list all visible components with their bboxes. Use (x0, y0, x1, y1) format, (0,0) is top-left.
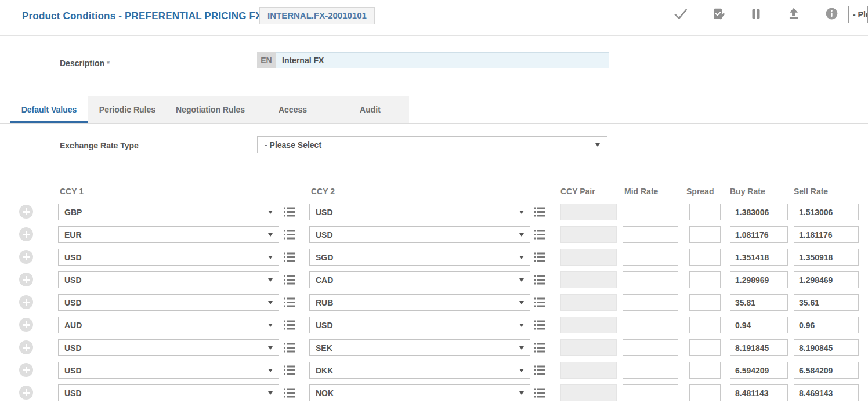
mid-rate-input[interactable] (623, 204, 678, 220)
exchange-rate-type-select[interactable]: - Please Select (257, 136, 607, 153)
description-input[interactable] (276, 52, 609, 68)
ccy2-select[interactable]: RUB (309, 294, 530, 311)
spread-input[interactable] (689, 204, 721, 220)
chevron-down-icon (519, 301, 524, 304)
add-row-button[interactable] (19, 205, 33, 219)
lookup-list-icon[interactable] (283, 206, 295, 217)
tab-negotiation-rules[interactable]: Negotiation Rules (167, 96, 254, 124)
add-row-button[interactable] (19, 340, 33, 354)
buy-rate-input[interactable] (730, 384, 788, 401)
lookup-list-icon[interactable] (283, 320, 295, 331)
ccy2-select[interactable]: USD (309, 317, 530, 333)
sell-rate-input[interactable] (794, 384, 859, 401)
mid-rate-input[interactable] (623, 362, 678, 379)
mid-rate-input[interactable] (623, 294, 678, 311)
add-row-button[interactable] (19, 295, 33, 309)
chevron-down-icon (519, 278, 524, 282)
ccy2-select[interactable]: SEK (309, 339, 530, 356)
ccy1-select[interactable]: USD (58, 294, 279, 311)
spread-input[interactable] (689, 384, 721, 401)
tab-periodic-rules[interactable]: Periodic Rules (88, 96, 167, 124)
status-select-clipped[interactable]: - Ple (848, 6, 868, 23)
lookup-list-icon[interactable] (534, 342, 546, 353)
ccy1-select[interactable]: USD (58, 384, 279, 401)
ccy1-select[interactable]: USD (58, 249, 279, 266)
mid-rate-input[interactable] (623, 249, 678, 266)
buy-rate-input[interactable] (730, 271, 788, 288)
lookup-list-icon[interactable] (534, 206, 546, 217)
ccy-pair-field (560, 249, 617, 266)
ccy-pair-field (560, 362, 617, 379)
sell-rate-input[interactable] (794, 204, 859, 220)
ccy1-select[interactable]: USD (58, 271, 279, 288)
sell-rate-input[interactable] (794, 249, 859, 266)
add-row-button[interactable] (19, 227, 33, 241)
pause-button[interactable] (748, 7, 764, 22)
ccy1-select[interactable]: AUD (58, 317, 279, 333)
tab-default-values[interactable]: Default Values (10, 96, 88, 124)
ccy2-select[interactable]: SGD (309, 249, 530, 266)
confirm-check-button[interactable] (673, 7, 688, 22)
buy-rate-input[interactable] (730, 317, 788, 333)
sell-rate-input[interactable] (794, 339, 859, 356)
lookup-list-icon[interactable] (283, 387, 295, 398)
lookup-list-icon[interactable] (534, 274, 546, 285)
spread-input[interactable] (689, 294, 721, 311)
buy-rate-input[interactable] (730, 339, 788, 356)
buy-rate-input[interactable] (730, 294, 788, 311)
upload-button[interactable] (786, 7, 801, 22)
ccy2-select[interactable]: DKK (309, 362, 530, 379)
mid-rate-input[interactable] (623, 226, 678, 243)
mid-rate-input[interactable] (623, 271, 678, 288)
sell-rate-input[interactable] (794, 317, 859, 333)
buy-rate-input[interactable] (730, 226, 788, 243)
mid-rate-input[interactable] (623, 384, 678, 401)
add-row-button[interactable] (19, 273, 33, 286)
mid-rate-input[interactable] (623, 339, 678, 356)
lookup-list-icon[interactable] (534, 252, 546, 263)
ccy1-select[interactable]: EUR (58, 226, 279, 243)
lookup-list-icon[interactable] (283, 342, 295, 353)
lookup-list-icon[interactable] (283, 229, 295, 240)
tab-audit[interactable]: Audit (331, 96, 409, 124)
ccy2-select[interactable]: CAD (309, 271, 530, 288)
description-label: Description (60, 59, 104, 68)
spread-input[interactable] (689, 271, 721, 288)
mid-rate-input[interactable] (623, 317, 678, 333)
lookup-list-icon[interactable] (534, 297, 546, 308)
spread-input[interactable] (689, 226, 721, 243)
add-row-button[interactable] (19, 250, 33, 264)
lookup-list-icon[interactable] (283, 297, 295, 308)
sell-rate-input[interactable] (794, 362, 859, 379)
lookup-list-icon[interactable] (283, 365, 295, 376)
spread-input[interactable] (689, 362, 721, 379)
chevron-down-icon (519, 346, 524, 350)
lookup-list-icon[interactable] (534, 387, 546, 398)
lookup-list-icon[interactable] (283, 274, 295, 285)
info-button[interactable] (824, 7, 839, 22)
ccy1-select[interactable]: USD (58, 339, 279, 356)
buy-rate-input[interactable] (730, 362, 788, 379)
add-row-button[interactable] (19, 386, 33, 400)
spread-input[interactable] (689, 339, 721, 356)
ccy2-select[interactable]: NOK (309, 384, 530, 401)
spread-input[interactable] (689, 249, 721, 266)
approve-document-button[interactable] (711, 7, 726, 22)
ccy1-select[interactable]: USD (58, 362, 279, 379)
lookup-list-icon[interactable] (534, 365, 546, 376)
ccy2-select[interactable]: USD (309, 204, 530, 220)
ccy1-select[interactable]: GBP (58, 204, 279, 220)
tab-access[interactable]: Access (254, 96, 331, 124)
buy-rate-input[interactable] (730, 249, 788, 266)
lookup-list-icon[interactable] (534, 229, 546, 240)
ccy2-select[interactable]: USD (309, 226, 530, 243)
lookup-list-icon[interactable] (534, 320, 546, 331)
sell-rate-input[interactable] (794, 226, 859, 243)
buy-rate-input[interactable] (730, 204, 788, 220)
sell-rate-input[interactable] (794, 294, 859, 311)
spread-input[interactable] (689, 317, 721, 333)
add-row-button[interactable] (19, 363, 33, 377)
lookup-list-icon[interactable] (283, 252, 295, 263)
add-row-button[interactable] (19, 318, 33, 332)
sell-rate-input[interactable] (794, 271, 859, 288)
